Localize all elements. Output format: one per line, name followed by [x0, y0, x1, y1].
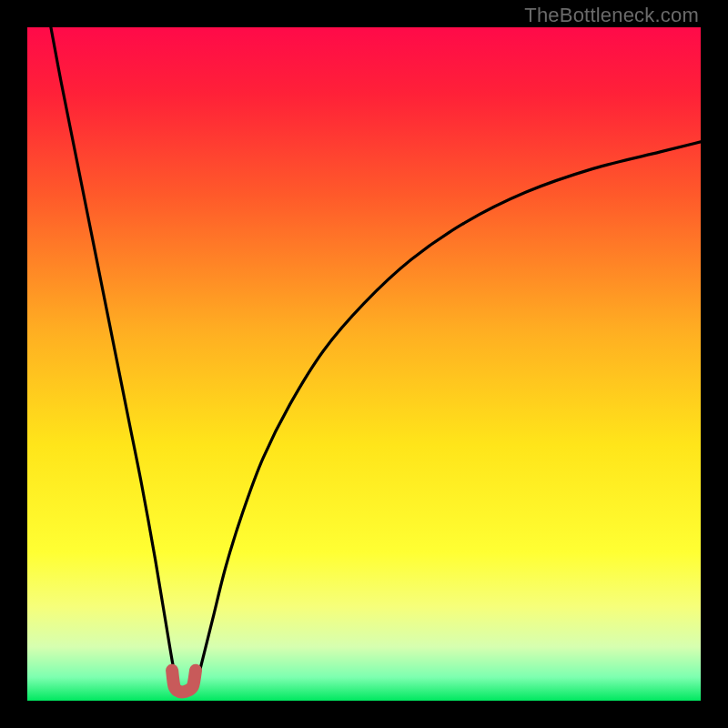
- bottleneck-curve-chart: [27, 27, 701, 701]
- chart-frame: TheBottleneck.com: [0, 0, 728, 728]
- watermark-text: TheBottleneck.com: [524, 4, 699, 27]
- gradient-background: [27, 27, 701, 701]
- plot-area: [27, 27, 701, 701]
